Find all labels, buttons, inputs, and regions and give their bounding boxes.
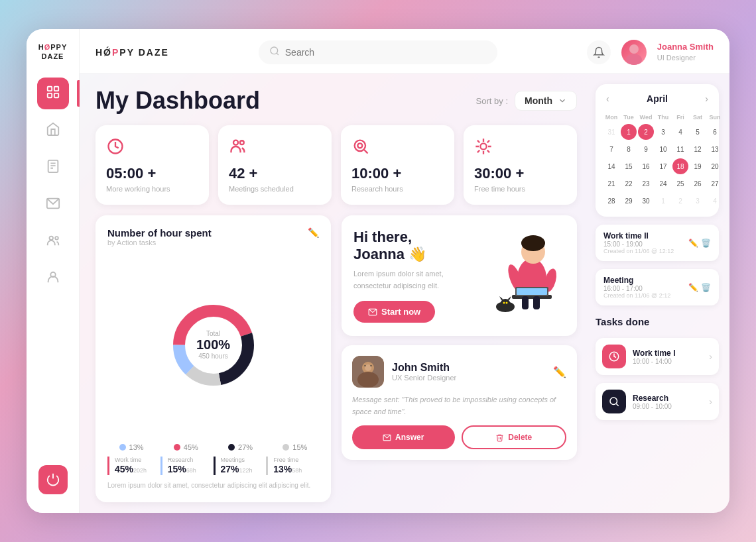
cal-day-3-next[interactable]: 3 bbox=[690, 193, 706, 209]
task-clock-icon bbox=[608, 351, 620, 362]
sidebar-item-documents[interactable] bbox=[37, 152, 69, 184]
sidebar-item-mail[interactable] bbox=[37, 189, 69, 221]
cal-day-27[interactable]: 27 bbox=[707, 176, 723, 191]
ps-hours-3: 58h bbox=[292, 467, 302, 474]
document-icon bbox=[46, 159, 60, 176]
cal-day-21[interactable]: 21 bbox=[603, 176, 619, 191]
cal-day-19[interactable]: 19 bbox=[690, 158, 706, 174]
cal-day-11[interactable]: 11 bbox=[672, 141, 688, 157]
cal-header-mon: Mon bbox=[603, 112, 619, 123]
cal-day-1[interactable]: 1 bbox=[621, 124, 637, 140]
cal-day-29[interactable]: 29 bbox=[621, 193, 637, 209]
message-edit-icon[interactable]: ✏️ bbox=[553, 366, 566, 378]
delete-btn-label: Delete bbox=[508, 433, 532, 442]
message-card: John Smith UX Senior Designer ✏️ Message… bbox=[342, 345, 577, 460]
event-delete-button-1[interactable]: 🗑️ bbox=[701, 283, 711, 292]
power-button[interactable] bbox=[38, 465, 68, 494]
cal-day-13[interactable]: 13 bbox=[707, 141, 723, 157]
cal-day-26[interactable]: 26 bbox=[690, 176, 706, 191]
sidebar-item-home[interactable] bbox=[37, 115, 69, 146]
cal-day-9[interactable]: 9 bbox=[638, 141, 654, 157]
search-icon bbox=[269, 46, 280, 59]
cal-header-sun: Sun bbox=[707, 112, 723, 123]
cal-day-17[interactable]: 17 bbox=[655, 158, 671, 174]
message-user-info: John Smith UX Senior Designer bbox=[392, 362, 456, 382]
cal-header-wed: Wed bbox=[638, 112, 654, 123]
sidebar-item-dashboard[interactable] bbox=[37, 78, 69, 109]
svg-point-55 bbox=[357, 372, 379, 388]
cal-day-20[interactable]: 20 bbox=[707, 158, 723, 174]
cal-day-8[interactable]: 8 bbox=[621, 141, 637, 157]
legend-dot-1 bbox=[174, 444, 180, 451]
progress-stat-0: Work time 45%202h bbox=[107, 457, 155, 475]
svg-point-19 bbox=[355, 140, 365, 151]
legend-label-3: 15% bbox=[292, 443, 307, 451]
cal-day-30[interactable]: 30 bbox=[638, 193, 654, 209]
task-name-0: Work time I bbox=[633, 349, 702, 358]
cal-day-4[interactable]: 4 bbox=[672, 124, 688, 140]
event-created-0: Created on 11/06 @ 12:12 bbox=[603, 248, 683, 254]
cal-day-10[interactable]: 10 bbox=[655, 141, 671, 157]
svg-marker-49 bbox=[499, 296, 503, 300]
event-delete-button-0[interactable]: 🗑️ bbox=[701, 239, 711, 248]
event-edit-button-0[interactable]: ✏️ bbox=[688, 239, 698, 248]
task-icon-box-0 bbox=[602, 345, 626, 368]
cal-day-7[interactable]: 7 bbox=[603, 141, 619, 157]
cal-day-25[interactable]: 25 bbox=[672, 176, 688, 191]
cal-day-18[interactable]: 18 bbox=[672, 158, 688, 174]
sidebar-item-team[interactable] bbox=[37, 226, 69, 258]
cal-day-4-next[interactable]: 4 bbox=[707, 193, 723, 209]
cal-day-6[interactable]: 6 bbox=[707, 124, 723, 140]
hours-card-header: Number of hour spent by Action tasks ✏️ bbox=[107, 227, 319, 246]
header-right: Joanna Smith UI Designer bbox=[587, 40, 714, 65]
task-item-0[interactable]: Work time I 10:00 - 14:00 › bbox=[596, 338, 719, 375]
legend-dot-3 bbox=[283, 444, 289, 451]
stat-label-1: Meetings scheduled bbox=[229, 185, 321, 193]
sort-dropdown[interactable]: Month bbox=[515, 91, 577, 111]
task-item-1[interactable]: Research 09:00 - 10:00 › bbox=[596, 383, 719, 420]
event-actions-1: ✏️ 🗑️ bbox=[688, 283, 711, 292]
search-input[interactable] bbox=[285, 47, 487, 58]
cal-next-button[interactable]: › bbox=[702, 92, 711, 105]
progress-stat-2: Meetings 27%122h bbox=[214, 457, 261, 475]
hours-edit-icon[interactable]: ✏️ bbox=[308, 227, 319, 238]
cal-day-15[interactable]: 15 bbox=[621, 158, 637, 174]
avatar[interactable] bbox=[621, 40, 647, 65]
cal-day-2-next[interactable]: 2 bbox=[672, 193, 688, 209]
stat-label-2: Research hours bbox=[351, 185, 444, 193]
cal-day-23[interactable]: 23 bbox=[638, 176, 654, 191]
svg-point-9 bbox=[49, 236, 53, 240]
notification-button[interactable] bbox=[587, 40, 611, 64]
legend-row: 13% 45% 27% bbox=[107, 443, 319, 451]
start-now-button[interactable]: Start now bbox=[353, 301, 435, 323]
ps-label-3: Free time bbox=[273, 457, 314, 463]
event-edit-button-1[interactable]: ✏️ bbox=[688, 283, 698, 292]
cal-day-5[interactable]: 5 bbox=[690, 124, 706, 140]
cal-day-14[interactable]: 14 bbox=[603, 158, 619, 174]
cal-day-1-next[interactable]: 1 bbox=[655, 193, 671, 209]
search-bar[interactable] bbox=[259, 40, 497, 64]
task-time-0: 10:00 - 14:00 bbox=[633, 358, 702, 365]
event-left-0: Work time II 15:00 - 19:00 Created on 11… bbox=[603, 231, 683, 254]
delete-button[interactable]: Delete bbox=[462, 425, 567, 449]
cal-day-2[interactable]: 2 bbox=[638, 124, 654, 140]
legend-label-0: 13% bbox=[129, 443, 144, 451]
answer-button[interactable]: Answer bbox=[352, 425, 455, 449]
cal-day-28[interactable]: 28 bbox=[603, 193, 619, 209]
cal-day-24[interactable]: 24 bbox=[655, 176, 671, 191]
start-btn-label: Start now bbox=[381, 307, 420, 317]
cal-day-12[interactable]: 12 bbox=[690, 141, 706, 157]
svg-point-10 bbox=[55, 237, 58, 240]
event-created-1: Created on 11/06 @ 2:12 bbox=[603, 292, 683, 299]
sidebar-item-profile[interactable] bbox=[37, 263, 69, 295]
task-info-1: Research 09:00 - 10:00 bbox=[633, 394, 702, 410]
cal-day-3[interactable]: 3 bbox=[655, 124, 671, 140]
event-left-1: Meeting 16:00 - 17:00 Created on 11/06 @… bbox=[603, 276, 683, 299]
svg-rect-3 bbox=[54, 93, 58, 97]
user-name: Joanna Smith bbox=[657, 42, 714, 53]
cal-day-16[interactable]: 16 bbox=[638, 158, 654, 174]
cal-day-22[interactable]: 22 bbox=[621, 176, 637, 191]
legend-dot-0 bbox=[119, 444, 126, 451]
cal-day-31-prev[interactable]: 31 bbox=[603, 124, 619, 140]
cal-prev-button[interactable]: ‹ bbox=[603, 92, 612, 105]
